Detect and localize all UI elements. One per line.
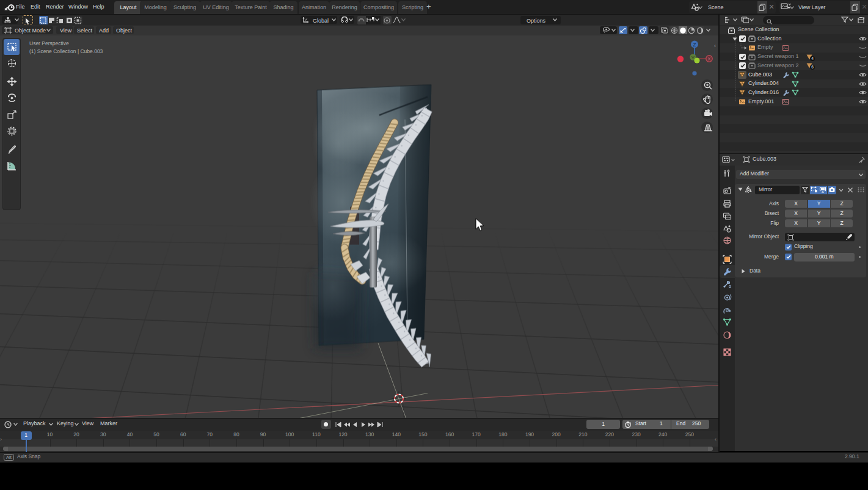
- svg-text:Z: Z: [693, 42, 696, 47]
- svg-text:‹: ‹: [714, 43, 716, 49]
- svg-text:X: X: [707, 56, 710, 62]
